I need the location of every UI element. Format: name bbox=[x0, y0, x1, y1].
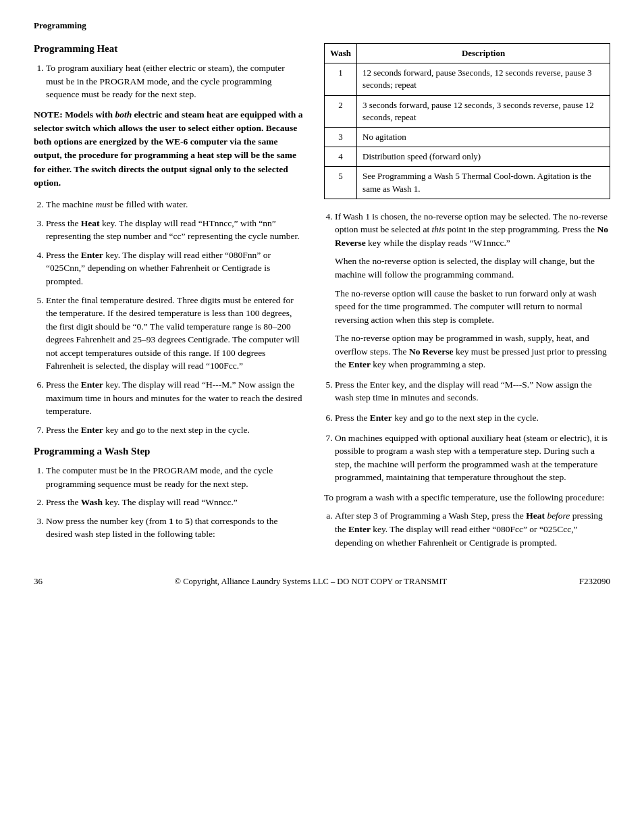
wash-cell: 3 bbox=[325, 127, 357, 147]
temp-wash-intro: To program a wash with a specific temper… bbox=[324, 491, 610, 504]
list-item: After step 3 of Programming a Wash Step,… bbox=[335, 509, 610, 549]
table-header-description: Description bbox=[357, 44, 610, 63]
para-no-reverse-3: The no-reverse option may be programmed … bbox=[335, 332, 610, 371]
right-column: Wash Description 112 seconds forward, pa… bbox=[324, 43, 610, 556]
description-cell: Distribution speed (forward only) bbox=[357, 147, 610, 167]
para-no-reverse-1: When the no-reverse option is selected, … bbox=[335, 255, 610, 281]
list-item: Press the Enter key, and the display wil… bbox=[335, 378, 610, 405]
description-cell: 3 seconds forward, pause 12 seconds, 3 s… bbox=[357, 95, 610, 127]
sub-steps-list: After step 3 of Programming a Wash Step,… bbox=[335, 509, 610, 549]
list-item: Press the Enter key. The display will re… bbox=[46, 378, 304, 418]
list-item: Press the Enter key and go to the next s… bbox=[46, 423, 304, 437]
list-item: To program auxiliary heat (either electr… bbox=[46, 61, 304, 101]
list-item: The machine must be filled with water. bbox=[46, 198, 304, 211]
description-cell: No agitation bbox=[357, 127, 610, 147]
list-item: Press the Wash key. The display will rea… bbox=[46, 496, 304, 509]
wash-cell: 4 bbox=[325, 147, 357, 167]
page-number: 36 bbox=[34, 576, 43, 587]
table-row: 4Distribution speed (forward only) bbox=[325, 147, 610, 167]
section2-title: Programming a Wash Step bbox=[34, 446, 304, 457]
wash-table: Wash Description 112 seconds forward, pa… bbox=[324, 43, 610, 199]
left-column: Programming Heat To program auxiliary he… bbox=[34, 43, 304, 548]
table-row: 3No agitation bbox=[325, 127, 610, 147]
list-item: Press the Heat key. The display will rea… bbox=[46, 217, 304, 243]
page-footer: 36 © Copyright, Alliance Laundry Systems… bbox=[34, 576, 610, 587]
para-no-reverse-2: The no-reverse option will cause the bas… bbox=[335, 287, 610, 327]
wash-cell: 1 bbox=[325, 63, 357, 95]
description-cell: 12 seconds forward, pause 3seconds, 12 s… bbox=[357, 63, 610, 95]
table-header-wash: Wash bbox=[325, 44, 357, 63]
right-steps-list: If Wash 1 is chosen, the no-reverse opti… bbox=[335, 210, 610, 484]
list-item: Press the Enter key and go to the next s… bbox=[335, 411, 610, 425]
note-paragraph: NOTE: Models with both electric and stea… bbox=[34, 108, 304, 190]
wash-cell: 2 bbox=[325, 95, 357, 127]
section-header: Programming bbox=[34, 20, 610, 31]
list-item: Now press the number key (from 1 to 5) t… bbox=[46, 515, 304, 541]
list-item: The computer must be in the PROGRAM mode… bbox=[46, 464, 304, 490]
list-item: Enter the final temperature desired. Thr… bbox=[46, 294, 304, 373]
description-cell: See Programming a Wash 5 Thermal Cool-do… bbox=[357, 167, 610, 199]
list-item: Press the Enter key. The display will re… bbox=[46, 249, 304, 288]
table-row: 112 seconds forward, pause 3seconds, 12 … bbox=[325, 63, 610, 95]
steps2-list: The computer must be in the PROGRAM mode… bbox=[46, 464, 304, 541]
list-item: If Wash 1 is chosen, the no-reverse opti… bbox=[335, 210, 610, 371]
table-row: 5See Programming a Wash 5 Thermal Cool-d… bbox=[325, 167, 610, 199]
steps1-list-continued: The machine must be filled with water. P… bbox=[46, 198, 304, 436]
table-row: 23 seconds forward, pause 12 seconds, 3 … bbox=[325, 95, 610, 127]
steps1-list: To program auxiliary heat (either electr… bbox=[46, 61, 304, 101]
list-item: On machines equipped with optional auxil… bbox=[335, 432, 610, 484]
wash-cell: 5 bbox=[325, 167, 357, 199]
footer-doc-number: F232090 bbox=[579, 576, 610, 587]
footer-copyright: © Copyright, Alliance Laundry Systems LL… bbox=[175, 577, 448, 587]
section1-title: Programming Heat bbox=[34, 43, 304, 55]
